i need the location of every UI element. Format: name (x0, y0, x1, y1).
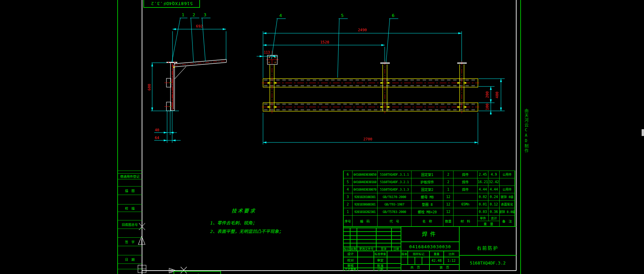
margin-label-date: 日 期 (118, 255, 142, 264)
bom-cell: 9201020100301 (353, 193, 378, 201)
margin-cell (118, 179, 142, 187)
bom-header-name: 名 称 (411, 216, 443, 227)
bom-cell: 螺栓 M8×20 (411, 208, 443, 216)
dim-arrows-right (260, 32, 502, 143)
bom-cell: 0.02 (478, 193, 488, 201)
bom-cell: 5 (343, 178, 353, 186)
bom-header-material: 材 料 (454, 216, 478, 227)
dim-arrows-left (151, 28, 226, 141)
revision-header-docno: 更改文件号 (359, 248, 374, 251)
sign-label-process-review: 工艺审查 (345, 268, 356, 271)
grid-label-version: 版本 (401, 253, 407, 256)
margin-cell (118, 246, 142, 255)
cad-drawing-viewport: 692 600 40 64 1 2 3 (0, 0, 644, 274)
dim-right-height: 400 (495, 92, 499, 98)
bom-cell: 固定架1 (411, 171, 443, 178)
bom-header-ref: 代 号 (378, 216, 411, 227)
bom-cell: 32.42 (488, 178, 500, 186)
scrollbar-thumb[interactable] (642, 129, 644, 136)
balloon-6: 6 (392, 13, 395, 18)
balloon-5: 5 (341, 13, 344, 18)
margin-cell (118, 229, 142, 238)
bom-cell: 12 (443, 208, 454, 216)
bom-cell (454, 193, 478, 201)
sheet-title-box-top: 5168TXQ4DF.3.2 (143, 0, 200, 8)
title-type-label: 焊件 (422, 232, 438, 237)
bom-cell: GB/T93-1987 (378, 201, 411, 208)
bom-cell: 3 (343, 193, 353, 201)
bom-cell: 04168403030070 (353, 186, 378, 193)
rail-hidden-lines (264, 80, 477, 110)
bom-cell: 12 (443, 201, 454, 208)
tech-requirement-line: 1、零件去毛刺、锐角； (210, 219, 322, 226)
dim-left-64: 64 (155, 136, 159, 140)
bom-cell: 0.03 (478, 208, 488, 216)
cad-watermark: 由天河云CAD制作 (523, 109, 529, 153)
bom-cell: 镀锌 8级 (500, 193, 515, 201)
margin-cell (118, 212, 142, 220)
bom-cell: 0.36 (488, 208, 500, 216)
balloon-3: 3 (204, 12, 206, 17)
dim-right-gap: 200 (485, 91, 489, 98)
bom-cell: 4.9 (488, 171, 500, 178)
margin-cell (118, 264, 142, 269)
bom-cell: 04168403030160 (353, 178, 378, 186)
bom-header-note: 备 注 (500, 216, 515, 227)
sheet-title-bottom-text: 5168TXQ4DF.3.2 (176, 273, 218, 274)
bom-cell: 表面氧化 (500, 201, 515, 208)
sign-label-date: 日期 (377, 268, 383, 271)
rail-centerlines (262, 51, 479, 113)
dim-right-offset: 113 (264, 51, 270, 54)
bom-cell (500, 178, 515, 186)
dim-right-upper: 1528 (320, 40, 329, 44)
revision-header-date: 日期 (393, 248, 399, 251)
balloon-2: 2 (193, 12, 195, 17)
grid-label-mark: 图样标记 (413, 253, 424, 256)
bom-cell: 0.01 (478, 201, 488, 208)
bom-header-total-weight: 总计 (489, 216, 500, 221)
grid-label-weight: 重量 (434, 253, 439, 256)
bom-cell: 16.21 (478, 178, 488, 186)
tech-requirement-line: 2、表面平整，无明显凹凸不平现象； (210, 228, 322, 234)
bom-cell: 4.44 (488, 186, 500, 193)
left-view: 692 600 40 64 1 2 3 (147, 12, 226, 143)
bom-cell: 04168403030050 (353, 171, 378, 178)
bom-header-weight-group: 单件 总计 重 量 (478, 216, 500, 227)
bom-cell: 2 (343, 201, 353, 208)
bom-cell: 螺母 M8 (411, 193, 443, 201)
bom-cell: 9201010202301 (353, 208, 378, 216)
tech-requirements-title: 技术要求 (232, 207, 322, 214)
balloon-leaders-right (271, 19, 398, 78)
dim-right-bottom: 2700 (363, 137, 373, 141)
drawing-canvas: 692 600 40 64 1 2 3 (0, 0, 644, 274)
bom-cell: 公用件 (500, 186, 515, 193)
bom-cell (454, 208, 478, 216)
sign-label-review: 审核 (347, 264, 354, 268)
bom-cell: 2 (443, 178, 454, 186)
title-part-code: 04168403030030 (409, 244, 451, 249)
bom-cell: 9201030600301 (353, 201, 378, 208)
revision-header-mark: 标记 (344, 248, 349, 251)
bom-header-weight: 重 量 (478, 221, 499, 226)
scale-value: 1:12 (447, 259, 456, 262)
bom-header-code: 编 码 (353, 216, 378, 227)
sign-label-design: 设计 (347, 252, 354, 256)
tech-requirements: 技术要求 1、零件去毛刺、锐角； 2、表面平整，无明显凹凸不平现象； (210, 207, 322, 234)
bom-cell: 焊件 (454, 171, 478, 178)
bom-cell: GB/T5783-2000 (378, 208, 411, 216)
revision-header-count: 处数 (350, 248, 356, 251)
bom-cell: 焊件 (454, 178, 478, 186)
bom-cell: 1 (443, 186, 454, 193)
margin-label-signature: 签 字 (118, 238, 142, 246)
balloon-4: 4 (279, 13, 282, 18)
bom-cell: GB/T6170-2000 (378, 193, 411, 201)
dim-left-width: 692 (196, 24, 203, 28)
bom-cell: 4.44 (478, 186, 488, 193)
bom-table: 6 04168403030050 5168TXQ4DF.3.1.1 固定架1 2… (343, 171, 515, 227)
margin-cell (118, 171, 142, 174)
bom-cell: 2.45 (478, 171, 488, 178)
bom-cell: 公用件 (500, 171, 515, 178)
grid-label-scale: 比例 (448, 253, 454, 256)
weight-value: 42.48 (431, 259, 442, 262)
margin-label-common-parts: 借通用件登记 (118, 174, 142, 179)
